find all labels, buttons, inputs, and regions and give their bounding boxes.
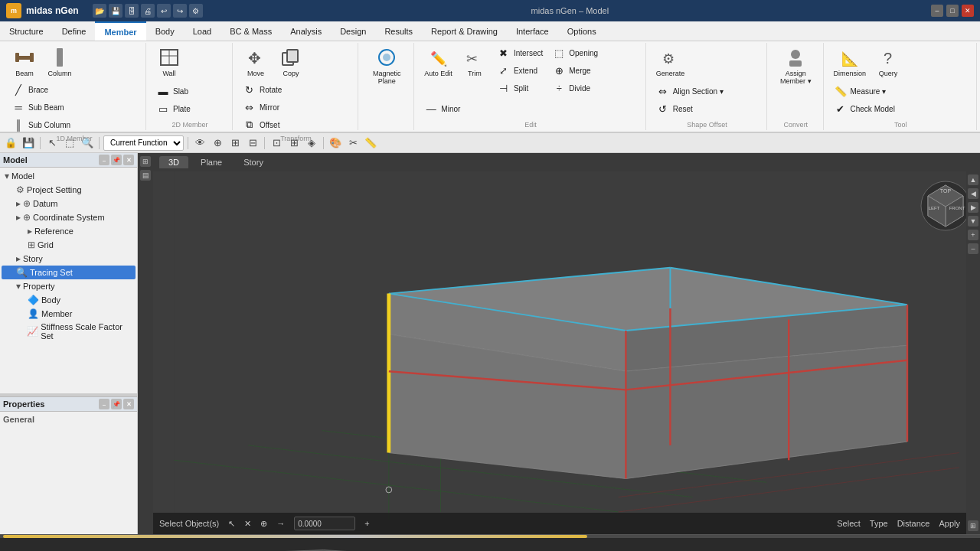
minimize-btn[interactable]: – [931, 5, 943, 17]
column-btn[interactable]: Column [43, 44, 77, 80]
opening-btn[interactable]: ⬚ Opening [548, 44, 602, 61]
divide-btn[interactable]: ÷ Divide [548, 80, 602, 96]
open-icon[interactable]: 📂 [93, 4, 106, 18]
mirror-btn[interactable]: ⇔ Mirror [239, 99, 286, 116]
vp-left-btn2[interactable]: ▤ [140, 170, 151, 181]
top-view-icon[interactable]: ⊞ [286, 135, 302, 151]
panel-pin-btn[interactable]: 📌 [111, 155, 122, 165]
save-ts-icon[interactable]: 💾 [21, 135, 36, 151]
vp-left-btn1[interactable]: ⊞ [140, 156, 151, 167]
function-select[interactable]: Current Function [103, 135, 184, 151]
vp-right-btn2[interactable]: ◀ [968, 188, 978, 199]
brace-btn[interactable]: ╱ Brace [8, 81, 74, 98]
menu-bc-mass[interactable]: BC & Mass [220, 21, 281, 41]
undo-icon[interactable]: ↩ [157, 4, 171, 18]
zoom-in-icon[interactable]: 🔍 [80, 135, 95, 151]
extend-btn[interactable]: ⤢ Extend [493, 62, 547, 79]
copy-btn[interactable]: Copy [274, 44, 308, 80]
vp-right-btn7[interactable]: ⊞ [968, 520, 978, 531]
snap-icon[interactable]: ⊕ [210, 135, 225, 151]
distance-input[interactable] [294, 517, 355, 530]
tab-3d[interactable]: 3D [159, 156, 188, 168]
tree-datum[interactable]: ▸ ⊕ Datum [2, 197, 136, 210]
offset-btn[interactable]: ⧉ Offset [239, 116, 286, 133]
tree-stiffness[interactable]: 📈 Stiffness Scale Factor Set [2, 321, 136, 342]
assign-member-btn[interactable]: Assign Member ▾ [773, 44, 818, 87]
tree-tracing-set[interactable]: 🔍 Tracing Set [2, 266, 136, 279]
menu-member[interactable]: Member [95, 21, 145, 41]
menu-define[interactable]: Define [53, 21, 96, 41]
menu-structure[interactable]: Structure [0, 21, 53, 41]
auto-edit-btn[interactable]: ✏️ Auto Edit [420, 44, 456, 80]
reset-btn[interactable]: ↺ Reset [652, 101, 727, 118]
pointer-icon[interactable]: ↖ [44, 135, 60, 151]
split-btn[interactable]: ⊣ Split [493, 80, 547, 96]
props-pin-btn[interactable]: 📌 [111, 399, 122, 409]
menu-load[interactable]: Load [184, 21, 220, 41]
panel-minimize-btn[interactable]: – [99, 155, 109, 165]
menu-body[interactable]: Body [146, 21, 184, 41]
check-model-btn[interactable]: ✔ Check Model [830, 101, 899, 118]
menu-design[interactable]: Design [331, 21, 375, 41]
align-section-btn[interactable]: ⇔ Align Section ▾ [652, 83, 727, 100]
tab-plane[interactable]: Plane [191, 156, 231, 168]
tree-project-setting[interactable]: ⚙ Project Setting [2, 183, 136, 197]
tree-model[interactable]: ▾ Model [2, 169, 136, 183]
menu-options[interactable]: Options [558, 21, 606, 41]
sub-beam-btn[interactable]: ═ Sub Beam [8, 99, 74, 116]
settings-icon[interactable]: ⚙ [189, 4, 203, 18]
slab-btn[interactable]: ▬ Slab [152, 83, 194, 100]
rotate-btn[interactable]: ↻ Rotate [239, 81, 286, 98]
redo-icon[interactable]: ↪ [173, 4, 187, 18]
tree-story[interactable]: ▸ Story [2, 252, 136, 266]
save-as-icon[interactable]: 🗄 [125, 4, 139, 18]
print-icon[interactable]: 🖨 [141, 4, 155, 18]
generate-btn[interactable]: ⚙ Generate [652, 44, 689, 80]
magnetic-plane-btn[interactable]: Magnetic Plane [364, 44, 409, 87]
box-select-icon[interactable]: ⬚ [62, 135, 77, 151]
sub-column-btn[interactable]: ║ Sub Column [8, 116, 74, 133]
trim-btn[interactable]: ✂ Trim [458, 44, 492, 80]
query-btn[interactable]: ? Query [871, 44, 905, 80]
visibility-icon[interactable]: 👁 [192, 135, 207, 151]
filter-icon[interactable]: ⊟ [245, 135, 260, 151]
front-view-icon[interactable]: ⊡ [269, 135, 284, 151]
lock-icon[interactable]: 🔒 [3, 135, 18, 151]
vp-right-btn3[interactable]: ▶ [968, 202, 978, 213]
props-close-btn[interactable]: ✕ [123, 399, 134, 409]
iso-view-icon[interactable]: ◈ [304, 135, 319, 151]
save-icon[interactable]: 💾 [109, 4, 122, 18]
menu-analysis[interactable]: Analysis [281, 21, 331, 41]
tab-story[interactable]: Story [234, 156, 273, 168]
beam-btn[interactable]: Beam [8, 44, 41, 80]
tree-member[interactable]: 👤 Member [2, 307, 136, 321]
tree-reference[interactable]: ▸ Reference [2, 224, 136, 238]
minor-btn[interactable]: — Minor [420, 100, 464, 117]
menu-results[interactable]: Results [375, 21, 422, 41]
props-minimize-btn[interactable]: – [99, 399, 109, 409]
measure-btn[interactable]: 📏 Measure ▾ [830, 83, 899, 100]
nav-cube[interactable]: TOP FRONT LEFT [919, 179, 972, 233]
vp-right-btn5[interactable]: + [968, 230, 978, 240]
move-btn[interactable]: ✥ Move [239, 44, 273, 80]
tree-body[interactable]: 🔷 Body [2, 293, 136, 307]
plate-btn[interactable]: ▭ Plate [152, 101, 194, 118]
panel-close-btn[interactable]: ✕ [123, 155, 134, 165]
render-icon[interactable]: 🎨 [328, 135, 343, 151]
layer-icon[interactable]: ⊞ [227, 135, 243, 151]
vp-right-btn4[interactable]: ▼ [968, 216, 978, 227]
vp-right-btn6[interactable]: – [968, 243, 978, 254]
tree-grid[interactable]: ⊞ Grid [2, 238, 136, 252]
close-btn[interactable]: ✕ [962, 5, 974, 17]
tree-coordinate[interactable]: ▸ ⊕ Coordinate System [2, 210, 136, 224]
tree-property[interactable]: ▾ Property [2, 279, 136, 293]
merge-btn[interactable]: ⊕ Merge [548, 62, 602, 79]
menu-report[interactable]: Report & Drawing [422, 21, 507, 41]
section-icon[interactable]: ✂ [345, 135, 361, 151]
vp-right-btn1[interactable]: ▲ [968, 174, 978, 185]
dimension-btn[interactable]: 📐 Dimension [830, 44, 871, 80]
intersect-btn[interactable]: ✖ Intersect [493, 44, 547, 61]
maximize-btn[interactable]: □ [946, 5, 959, 17]
wall-btn[interactable]: Wall [152, 44, 186, 80]
canvas-area[interactable]: TOP FRONT LEFT ▲ ◀ ▶ ▼ + – ⊞ [153, 171, 980, 534]
